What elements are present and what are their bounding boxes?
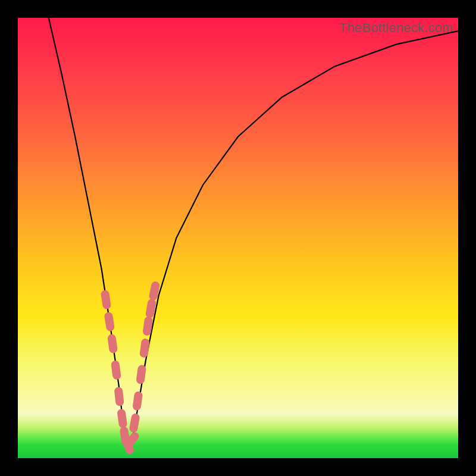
marker-pill: [134, 418, 136, 428]
marker-pill: [154, 286, 156, 296]
plot-area: TheBottleneck.com: [18, 18, 458, 458]
chart-svg: [18, 18, 458, 458]
marker-pill: [118, 392, 120, 402]
bottleneck-curve: [49, 18, 458, 445]
marker-pill: [112, 339, 113, 349]
marker-pill: [105, 295, 107, 305]
marker-pill: [115, 365, 117, 375]
marker-pill: [147, 321, 148, 331]
marker-pill: [137, 396, 139, 406]
marker-cluster: [105, 286, 156, 450]
marker-pill: [150, 303, 152, 314]
marker-pill: [128, 436, 134, 444]
marker-pill: [144, 343, 145, 353]
marker-pill: [121, 414, 123, 424]
chart-frame: TheBottleneck.com: [0, 0, 476, 476]
marker-pill: [140, 369, 142, 380]
marker-pill: [109, 317, 111, 327]
